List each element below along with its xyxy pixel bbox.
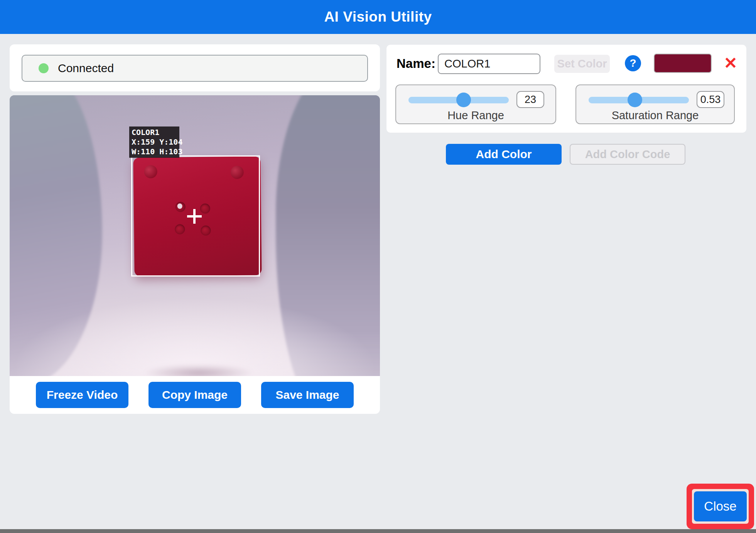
saturation-range-value: 0.53 xyxy=(697,91,724,108)
title-bar: AI Vision Utility xyxy=(0,0,756,34)
color-swatch[interactable] xyxy=(654,54,712,73)
saturation-slider-thumb[interactable] xyxy=(628,93,642,107)
hue-range-slider[interactable] xyxy=(408,97,509,103)
close-button-highlight: Close xyxy=(687,484,754,529)
cube-shadow xyxy=(125,361,272,376)
detection-position: X:159 Y:104 xyxy=(132,137,177,147)
video-action-buttons: Freeze Video Copy Image Save Image xyxy=(10,376,380,414)
connection-status-box: Connected xyxy=(22,55,368,82)
window-title: AI Vision Utility xyxy=(324,9,432,25)
connection-status-card: Connected xyxy=(10,44,380,91)
add-color-button[interactable]: Add Color xyxy=(446,144,562,165)
ai-vision-utility-window: AI Vision Utility Connected COLOR1 xyxy=(0,0,756,533)
connection-status-label: Connected xyxy=(58,62,114,75)
crosshair-icon xyxy=(187,209,202,224)
help-icon[interactable]: ? xyxy=(625,55,641,71)
color-config-card: Name: Set Color ? ✕ 23 Hue Range 0.53 Sa… xyxy=(386,45,746,133)
delete-color-button[interactable]: ✕ xyxy=(721,54,741,73)
window-bottom-edge xyxy=(0,529,756,533)
detection-size: W:110 H:103 xyxy=(132,147,177,157)
save-image-button[interactable]: Save Image xyxy=(261,382,354,408)
hue-range-group: 23 Hue Range xyxy=(395,84,556,124)
saturation-range-group: 0.53 Saturation Range xyxy=(575,84,735,124)
add-color-code-button[interactable]: Add Color Code xyxy=(570,144,685,165)
close-button[interactable]: Close xyxy=(694,491,747,521)
color-name-input[interactable] xyxy=(438,54,540,74)
x-icon: ✕ xyxy=(724,54,737,72)
saturation-range-slider[interactable] xyxy=(589,97,689,103)
saturation-range-label: Saturation Range xyxy=(576,109,734,122)
connected-status-dot-icon xyxy=(39,63,49,73)
name-label: Name: xyxy=(397,56,435,71)
freeze-video-button[interactable]: Freeze Video xyxy=(36,382,128,408)
hue-range-value: 23 xyxy=(516,91,544,108)
hue-range-label: Hue Range xyxy=(396,109,555,122)
hue-slider-thumb[interactable] xyxy=(456,93,471,107)
camera-feed-card: COLOR1 X:159 Y:104 W:110 H:103 Freeze Vi… xyxy=(10,95,380,414)
copy-image-button[interactable]: Copy Image xyxy=(148,382,241,408)
set-color-button[interactable]: Set Color xyxy=(554,55,610,73)
detection-info-overlay: COLOR1 X:159 Y:104 W:110 H:103 xyxy=(129,127,179,158)
camera-video-feed[interactable]: COLOR1 X:159 Y:104 W:110 H:103 xyxy=(10,95,380,376)
detection-color-name: COLOR1 xyxy=(132,128,177,137)
